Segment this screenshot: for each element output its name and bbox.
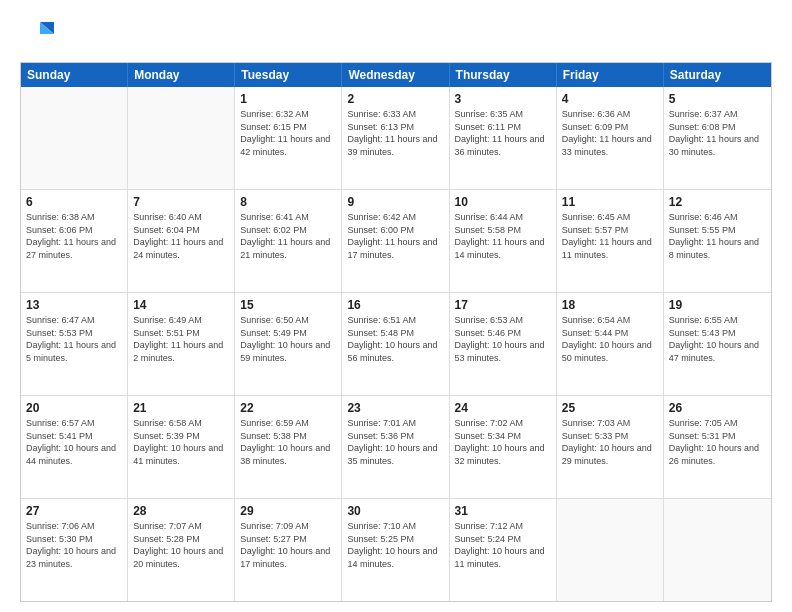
day-number: 18 — [562, 297, 658, 313]
day-info: Sunrise: 6:55 AM Sunset: 5:43 PM Dayligh… — [669, 314, 766, 364]
day-info: Sunrise: 7:06 AM Sunset: 5:30 PM Dayligh… — [26, 520, 122, 570]
day-info: Sunrise: 7:10 AM Sunset: 5:25 PM Dayligh… — [347, 520, 443, 570]
day-number: 23 — [347, 400, 443, 416]
cal-cell-4-7: 26Sunrise: 7:05 AM Sunset: 5:31 PM Dayli… — [664, 396, 771, 498]
day-number: 19 — [669, 297, 766, 313]
day-number: 26 — [669, 400, 766, 416]
cal-cell-1-1 — [21, 87, 128, 189]
day-info: Sunrise: 6:49 AM Sunset: 5:51 PM Dayligh… — [133, 314, 229, 364]
cal-cell-3-5: 17Sunrise: 6:53 AM Sunset: 5:46 PM Dayli… — [450, 293, 557, 395]
weekday-header-friday: Friday — [557, 63, 664, 87]
cal-cell-5-7 — [664, 499, 771, 601]
day-number: 27 — [26, 503, 122, 519]
day-info: Sunrise: 6:59 AM Sunset: 5:38 PM Dayligh… — [240, 417, 336, 467]
day-info: Sunrise: 6:53 AM Sunset: 5:46 PM Dayligh… — [455, 314, 551, 364]
day-info: Sunrise: 7:03 AM Sunset: 5:33 PM Dayligh… — [562, 417, 658, 467]
day-info: Sunrise: 7:01 AM Sunset: 5:36 PM Dayligh… — [347, 417, 443, 467]
cal-cell-4-4: 23Sunrise: 7:01 AM Sunset: 5:36 PM Dayli… — [342, 396, 449, 498]
calendar-row-1: 1Sunrise: 6:32 AM Sunset: 6:15 PM Daylig… — [21, 87, 771, 189]
day-info: Sunrise: 6:50 AM Sunset: 5:49 PM Dayligh… — [240, 314, 336, 364]
cal-cell-5-4: 30Sunrise: 7:10 AM Sunset: 5:25 PM Dayli… — [342, 499, 449, 601]
cal-cell-1-4: 2Sunrise: 6:33 AM Sunset: 6:13 PM Daylig… — [342, 87, 449, 189]
day-number: 25 — [562, 400, 658, 416]
cal-cell-5-2: 28Sunrise: 7:07 AM Sunset: 5:28 PM Dayli… — [128, 499, 235, 601]
cal-cell-5-6 — [557, 499, 664, 601]
day-info: Sunrise: 6:37 AM Sunset: 6:08 PM Dayligh… — [669, 108, 766, 158]
day-number: 4 — [562, 91, 658, 107]
weekday-header-thursday: Thursday — [450, 63, 557, 87]
day-info: Sunrise: 6:32 AM Sunset: 6:15 PM Dayligh… — [240, 108, 336, 158]
weekday-header-tuesday: Tuesday — [235, 63, 342, 87]
cal-cell-4-3: 22Sunrise: 6:59 AM Sunset: 5:38 PM Dayli… — [235, 396, 342, 498]
cal-cell-4-5: 24Sunrise: 7:02 AM Sunset: 5:34 PM Dayli… — [450, 396, 557, 498]
cal-cell-3-6: 18Sunrise: 6:54 AM Sunset: 5:44 PM Dayli… — [557, 293, 664, 395]
cal-cell-1-2 — [128, 87, 235, 189]
cal-cell-2-3: 8Sunrise: 6:41 AM Sunset: 6:02 PM Daylig… — [235, 190, 342, 292]
calendar: SundayMondayTuesdayWednesdayThursdayFrid… — [20, 62, 772, 602]
cal-cell-5-3: 29Sunrise: 7:09 AM Sunset: 5:27 PM Dayli… — [235, 499, 342, 601]
day-number: 30 — [347, 503, 443, 519]
cal-cell-2-5: 10Sunrise: 6:44 AM Sunset: 5:58 PM Dayli… — [450, 190, 557, 292]
day-info: Sunrise: 6:54 AM Sunset: 5:44 PM Dayligh… — [562, 314, 658, 364]
day-number: 5 — [669, 91, 766, 107]
day-info: Sunrise: 7:12 AM Sunset: 5:24 PM Dayligh… — [455, 520, 551, 570]
day-info: Sunrise: 6:58 AM Sunset: 5:39 PM Dayligh… — [133, 417, 229, 467]
weekday-header-saturday: Saturday — [664, 63, 771, 87]
day-number: 12 — [669, 194, 766, 210]
cal-cell-3-1: 13Sunrise: 6:47 AM Sunset: 5:53 PM Dayli… — [21, 293, 128, 395]
cal-cell-3-7: 19Sunrise: 6:55 AM Sunset: 5:43 PM Dayli… — [664, 293, 771, 395]
day-number: 21 — [133, 400, 229, 416]
day-info: Sunrise: 6:47 AM Sunset: 5:53 PM Dayligh… — [26, 314, 122, 364]
calendar-row-2: 6Sunrise: 6:38 AM Sunset: 6:06 PM Daylig… — [21, 189, 771, 292]
day-info: Sunrise: 7:02 AM Sunset: 5:34 PM Dayligh… — [455, 417, 551, 467]
cal-cell-4-1: 20Sunrise: 6:57 AM Sunset: 5:41 PM Dayli… — [21, 396, 128, 498]
cal-cell-3-4: 16Sunrise: 6:51 AM Sunset: 5:48 PM Dayli… — [342, 293, 449, 395]
cal-cell-1-3: 1Sunrise: 6:32 AM Sunset: 6:15 PM Daylig… — [235, 87, 342, 189]
day-number: 17 — [455, 297, 551, 313]
cal-cell-3-3: 15Sunrise: 6:50 AM Sunset: 5:49 PM Dayli… — [235, 293, 342, 395]
cal-cell-2-4: 9Sunrise: 6:42 AM Sunset: 6:00 PM Daylig… — [342, 190, 449, 292]
cal-cell-5-5: 31Sunrise: 7:12 AM Sunset: 5:24 PM Dayli… — [450, 499, 557, 601]
day-info: Sunrise: 7:05 AM Sunset: 5:31 PM Dayligh… — [669, 417, 766, 467]
day-number: 1 — [240, 91, 336, 107]
day-info: Sunrise: 6:35 AM Sunset: 6:11 PM Dayligh… — [455, 108, 551, 158]
day-info: Sunrise: 6:45 AM Sunset: 5:57 PM Dayligh… — [562, 211, 658, 261]
day-number: 28 — [133, 503, 229, 519]
weekday-header-sunday: Sunday — [21, 63, 128, 87]
day-number: 20 — [26, 400, 122, 416]
day-info: Sunrise: 7:09 AM Sunset: 5:27 PM Dayligh… — [240, 520, 336, 570]
day-number: 2 — [347, 91, 443, 107]
day-info: Sunrise: 6:42 AM Sunset: 6:00 PM Dayligh… — [347, 211, 443, 261]
logo-icon — [20, 16, 56, 52]
cal-cell-4-2: 21Sunrise: 6:58 AM Sunset: 5:39 PM Dayli… — [128, 396, 235, 498]
calendar-header: SundayMondayTuesdayWednesdayThursdayFrid… — [21, 63, 771, 87]
day-number: 13 — [26, 297, 122, 313]
day-info: Sunrise: 6:36 AM Sunset: 6:09 PM Dayligh… — [562, 108, 658, 158]
calendar-row-5: 27Sunrise: 7:06 AM Sunset: 5:30 PM Dayli… — [21, 498, 771, 601]
cal-cell-1-6: 4Sunrise: 6:36 AM Sunset: 6:09 PM Daylig… — [557, 87, 664, 189]
day-info: Sunrise: 6:33 AM Sunset: 6:13 PM Dayligh… — [347, 108, 443, 158]
day-number: 29 — [240, 503, 336, 519]
day-info: Sunrise: 6:46 AM Sunset: 5:55 PM Dayligh… — [669, 211, 766, 261]
day-number: 11 — [562, 194, 658, 210]
cal-cell-2-2: 7Sunrise: 6:40 AM Sunset: 6:04 PM Daylig… — [128, 190, 235, 292]
day-info: Sunrise: 6:40 AM Sunset: 6:04 PM Dayligh… — [133, 211, 229, 261]
day-number: 9 — [347, 194, 443, 210]
cal-cell-1-5: 3Sunrise: 6:35 AM Sunset: 6:11 PM Daylig… — [450, 87, 557, 189]
calendar-row-4: 20Sunrise: 6:57 AM Sunset: 5:41 PM Dayli… — [21, 395, 771, 498]
day-info: Sunrise: 6:57 AM Sunset: 5:41 PM Dayligh… — [26, 417, 122, 467]
day-number: 16 — [347, 297, 443, 313]
cal-cell-1-7: 5Sunrise: 6:37 AM Sunset: 6:08 PM Daylig… — [664, 87, 771, 189]
cal-cell-2-7: 12Sunrise: 6:46 AM Sunset: 5:55 PM Dayli… — [664, 190, 771, 292]
cal-cell-2-1: 6Sunrise: 6:38 AM Sunset: 6:06 PM Daylig… — [21, 190, 128, 292]
weekday-header-wednesday: Wednesday — [342, 63, 449, 87]
cal-cell-3-2: 14Sunrise: 6:49 AM Sunset: 5:51 PM Dayli… — [128, 293, 235, 395]
calendar-body: 1Sunrise: 6:32 AM Sunset: 6:15 PM Daylig… — [21, 87, 771, 601]
day-info: Sunrise: 6:38 AM Sunset: 6:06 PM Dayligh… — [26, 211, 122, 261]
day-number: 31 — [455, 503, 551, 519]
day-number: 22 — [240, 400, 336, 416]
day-number: 10 — [455, 194, 551, 210]
day-number: 14 — [133, 297, 229, 313]
weekday-header-monday: Monday — [128, 63, 235, 87]
day-number: 6 — [26, 194, 122, 210]
